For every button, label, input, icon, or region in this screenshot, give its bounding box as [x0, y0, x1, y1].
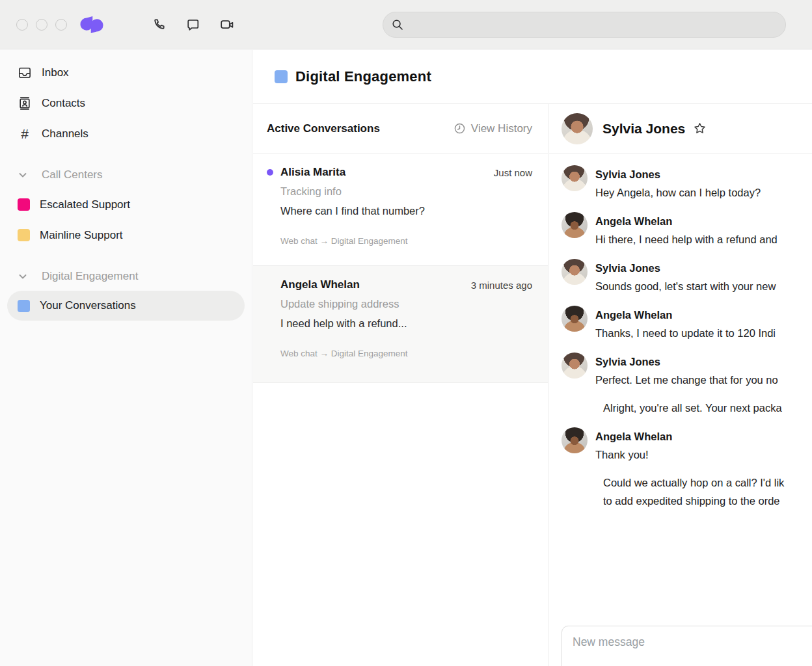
view-history-button[interactable]: View History	[453, 122, 532, 135]
avatar	[562, 212, 588, 238]
star-icon[interactable]	[693, 122, 707, 135]
chat-message-continuation: Alright, you're all set. Your next packa	[595, 399, 812, 417]
chevron-down-icon	[18, 271, 28, 282]
chat-message: Angela Whelan Thanks, I need to update i…	[562, 306, 812, 342]
new-message-input[interactable]	[573, 635, 812, 649]
avatar	[562, 306, 588, 332]
conversation-list-item[interactable]: Alisia Marita Just now Tracking info Whe…	[253, 153, 548, 266]
chat-panel: Sylvia Jones Sylvia Jones Hey Angela, ho…	[549, 104, 812, 666]
unread-dot	[267, 169, 273, 176]
message-sender: Sylvia Jones	[595, 353, 778, 371]
sidebar-item-label: Inbox	[42, 66, 69, 79]
list-panel-title: Active Conversations	[267, 122, 380, 135]
chat-message: Sylvia Jones Sounds good, let's start wi…	[562, 259, 812, 295]
sidebar-item-escalated-support[interactable]: Escalated Support	[0, 189, 252, 220]
sidebar-item-contacts[interactable]: Contacts	[0, 88, 252, 118]
sidebar: Inbox Contacts # Channels Call Centers E…	[0, 50, 252, 666]
avatar	[562, 259, 588, 285]
hash-icon: #	[18, 127, 32, 141]
search-bar[interactable]	[383, 12, 786, 38]
digital-engagement-swatch	[275, 70, 288, 83]
contact-avatar	[562, 113, 593, 144]
message-text: Thanks, I need to update it to 120 Indi	[595, 324, 776, 342]
avatar	[562, 353, 588, 379]
chat-icon[interactable]	[185, 17, 201, 33]
message-sender: Angela Whelan	[595, 306, 776, 324]
message-text: Sounds good, let's start with your new	[595, 277, 776, 295]
section-label: Digital Engagement	[42, 270, 138, 283]
inbox-icon	[18, 66, 32, 80]
message-text: to add expedited shipping to the orde	[603, 492, 784, 510]
avatar	[562, 165, 588, 191]
sidebar-section-digital-engagement[interactable]: Digital Engagement	[0, 262, 252, 291]
window-control-dot[interactable]	[36, 19, 47, 31]
dialpad-logo-icon	[80, 16, 103, 34]
conversation-preview: I need help with a refund...	[280, 317, 532, 330]
sidebar-item-channels[interactable]: # Channels	[0, 118, 252, 149]
video-icon[interactable]	[219, 17, 235, 33]
message-composer[interactable]	[562, 626, 812, 666]
clock-icon	[453, 122, 466, 135]
page-title: Digital Engagement	[295, 68, 431, 85]
conversation-time: Just now	[494, 167, 532, 178]
message-sender: Sylvia Jones	[595, 165, 761, 183]
section-label: Call Centers	[42, 168, 103, 181]
conversation-time: 3 minutes ago	[471, 280, 532, 291]
window-control-dot[interactable]	[55, 19, 67, 31]
avatar	[562, 427, 588, 453]
sidebar-item-label: Contacts	[42, 97, 85, 110]
message-text: Could we actually hop on a call? I'd lik	[603, 473, 784, 492]
chat-header: Sylvia Jones	[549, 104, 812, 153]
sidebar-item-inbox[interactable]: Inbox	[0, 57, 252, 88]
phone-icon[interactable]	[152, 17, 167, 33]
contact-card-icon	[18, 96, 32, 111]
sidebar-item-label: Escalated Support	[40, 198, 130, 211]
escalated-support-swatch	[18, 198, 30, 211]
chat-message: Angela Whelan Thank you!	[562, 427, 812, 464]
conversation-list-item[interactable]: Angela Whelan 3 minutes ago Update shipp…	[253, 266, 548, 383]
message-text: Hi there, I need help with a refund and	[595, 230, 778, 248]
message-sender: Angela Whelan	[595, 212, 778, 230]
search-input[interactable]	[409, 19, 778, 31]
chat-message: Sylvia Jones Hey Angela, how can I help …	[562, 165, 812, 202]
conversation-channel: Web chat → Digital Engagement	[280, 236, 532, 258]
sidebar-item-mainline-support[interactable]: Mainline Support	[0, 220, 252, 250]
conversation-preview: Where can I find that number?	[280, 205, 532, 217]
conversation-channel: Web chat → Digital Engagement	[280, 349, 532, 370]
message-text: Hey Angela, how can I help today?	[595, 183, 761, 202]
chat-message: Sylvia Jones Perfect. Let me change that…	[562, 353, 812, 389]
conversation-subject: Tracking info	[280, 185, 532, 198]
message-sender: Angela Whelan	[595, 427, 672, 446]
sidebar-item-your-conversations[interactable]: Your Conversations	[7, 291, 245, 321]
window-controls	[16, 19, 67, 31]
active-conversations-panel: Active Conversations View History Alisia…	[253, 104, 548, 666]
your-conversations-swatch	[18, 300, 30, 312]
message-text: Perfect. Let me change that for you no	[595, 371, 778, 389]
message-text: Thank you!	[595, 446, 672, 464]
conversation-name: Alisia Marita	[280, 166, 345, 179]
chat-message: Angela Whelan Hi there, I need help with…	[562, 212, 812, 248]
page-header: Digital Engagement	[253, 50, 812, 104]
sidebar-item-label: Channels	[42, 127, 88, 140]
sidebar-item-label: Your Conversations	[40, 299, 136, 312]
sidebar-section-call-centers[interactable]: Call Centers	[0, 161, 252, 189]
search-icon	[391, 18, 404, 31]
message-sender: Sylvia Jones	[595, 259, 776, 277]
chevron-down-icon	[18, 170, 28, 180]
chat-contact-name: Sylvia Jones	[602, 121, 685, 137]
conversation-name: Angela Whelan	[280, 278, 360, 291]
mainline-support-swatch	[18, 229, 30, 241]
conversation-subject: Update shipping address	[280, 298, 532, 310]
chat-message-continuation: Could we actually hop on a call? I'd lik…	[595, 473, 812, 510]
message-list: Sylvia Jones Hey Angela, how can I help …	[549, 154, 812, 666]
top-bar	[0, 0, 812, 49]
window-control-dot[interactable]	[16, 19, 28, 31]
message-text: Alright, you're all set. Your next packa	[603, 399, 782, 417]
list-panel-header: Active Conversations View History	[253, 104, 548, 153]
sidebar-item-label: Mainline Support	[40, 229, 123, 242]
